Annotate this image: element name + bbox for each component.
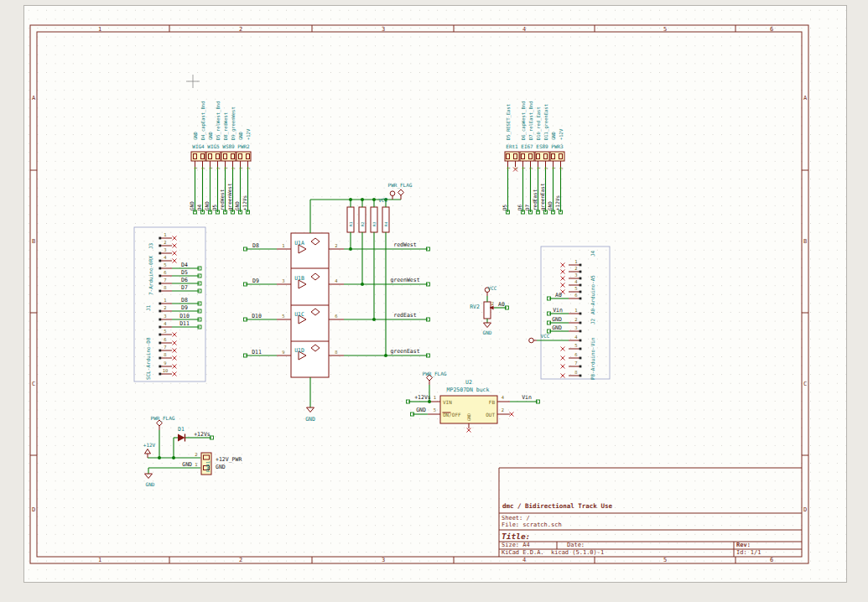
net-label[interactable]: Vin: [522, 394, 532, 401]
pin-number[interactable]: 5: [282, 314, 284, 319]
pin-number[interactable]: 10: [163, 368, 169, 373]
pin-number[interactable]: 5: [164, 329, 166, 334]
pin-number[interactable]: 6: [574, 352, 577, 357]
pin-number[interactable]: 2: [529, 167, 533, 169]
net-label[interactable]: GND: [234, 201, 240, 210]
gnd-symbol-icon[interactable]: [145, 474, 153, 479]
reference-label[interactable]: ERt1: [506, 143, 518, 149]
pin-number[interactable]: 2: [201, 167, 205, 169]
reference-label[interactable]: WIG5: [207, 143, 220, 149]
reference-label[interactable]: GND: [146, 481, 155, 487]
pin-number[interactable]: ON/OFF: [443, 412, 461, 418]
reference-label[interactable]: R1: [349, 221, 353, 226]
net-label[interactable]: GND: [552, 316, 562, 323]
pin-number[interactable]: 4: [574, 279, 578, 284]
pin-number[interactable]: 6: [164, 337, 166, 342]
pin-number[interactable]: 3: [574, 272, 577, 278]
reference-label[interactable]: J1: [145, 304, 151, 311]
pin-number[interactable]: 1: [194, 167, 198, 169]
reference-label[interactable]: U2: [465, 379, 472, 386]
reference-label[interactable]: A0-Arduino-A5: [590, 275, 595, 314]
net-label[interactable]: redWest: [393, 241, 416, 248]
reference-label[interactable]: PWR_FLAG: [151, 415, 175, 422]
pin-number[interactable]: 7: [164, 278, 166, 283]
pin-number[interactable]: GND: [466, 413, 471, 421]
pwr-flag-icon[interactable]: [157, 420, 163, 426]
reference-label[interactable]: U1A: [294, 240, 304, 247]
net-label[interactable]: D11: [179, 320, 190, 327]
reference-label[interactable]: +12V: [143, 442, 156, 448]
net-label[interactable]: +12V_PWR: [216, 456, 242, 463]
net-label[interactable]: D10: [179, 313, 190, 319]
schematic-canvas[interactable]: 123456123456ABCDABCDWIG4WIG5WS89PWR2GNDD…: [0, 0, 868, 602]
pin-number[interactable]: 2: [216, 167, 221, 169]
pin-number[interactable]: 1: [574, 308, 577, 313]
reference-label[interactable]: D9_greenWest: [231, 106, 236, 140]
pin-number[interactable]: 5: [164, 262, 166, 267]
net-label[interactable]: D5: [181, 269, 188, 276]
pin-number[interactable]: 2: [514, 167, 518, 169]
reference-label[interactable]: PWR1: [205, 461, 211, 472]
net-label[interactable]: A0: [498, 301, 505, 308]
pin-number[interactable]: 4: [335, 278, 338, 283]
net-label[interactable]: A0: [555, 292, 562, 298]
reference-label[interactable]: ES89: [536, 143, 548, 149]
pin-number[interactable]: 1: [209, 167, 213, 169]
net-label[interactable]: greenWest: [390, 277, 419, 283]
net-label[interactable]: D9: [252, 278, 259, 284]
net-label[interactable]: greenWest: [226, 183, 233, 210]
pin-number[interactable]: 7: [574, 361, 577, 366]
pin-number[interactable]: 1: [434, 395, 436, 400]
net-label[interactable]: GND: [552, 324, 562, 331]
pin-number[interactable]: 4: [574, 335, 578, 340]
reference-label[interactable]: U1B: [294, 275, 304, 282]
net-label[interactable]: D7: [524, 204, 530, 210]
pin-number[interactable]: 5: [574, 286, 577, 291]
reference-label[interactable]: R4: [384, 221, 388, 226]
reference-label[interactable]: EI67: [521, 143, 533, 149]
pin-number[interactable]: 3: [574, 325, 577, 330]
reference-label[interactable]: U1C: [294, 311, 304, 318]
component-body[interactable]: [371, 207, 377, 232]
pin-number[interactable]: 2: [164, 305, 166, 310]
pin-number[interactable]: 2: [335, 243, 337, 248]
vcc-symbol-icon[interactable]: [390, 191, 395, 196]
net-label[interactable]: D6: [517, 204, 522, 210]
pin-number[interactable]: 1: [507, 167, 511, 169]
reference-label[interactable]: PWR2: [237, 143, 250, 149]
pin-number[interactable]: 2: [491, 301, 494, 306]
reference-label[interactable]: +12V: [559, 128, 564, 140]
pin-number[interactable]: 1: [552, 167, 556, 169]
net-label[interactable]: +12Vs: [194, 431, 211, 438]
net-label[interactable]: +12Vs: [242, 195, 247, 210]
net-label[interactable]: +12Vs: [414, 394, 431, 401]
pin-number[interactable]: 9: [282, 350, 284, 355]
pwr-flag-icon[interactable]: [398, 189, 404, 195]
pin-number[interactable]: 8: [164, 285, 166, 290]
reference-label[interactable]: R3: [372, 221, 377, 226]
reference-label[interactable]: +12V: [246, 128, 251, 140]
pin-number[interactable]: 2: [247, 167, 251, 169]
reference-label[interactable]: D7_relEast_Bnd: [528, 101, 534, 140]
net-label[interactable]: D5: [502, 204, 507, 210]
net-label[interactable]: D4: [181, 262, 188, 268]
pin-number[interactable]: 6: [335, 314, 337, 319]
net-label[interactable]: GND: [216, 464, 226, 470]
pin-number[interactable]: 1: [282, 243, 284, 248]
pin-number[interactable]: 4: [164, 255, 167, 260]
pin-number[interactable]: 2: [195, 452, 197, 457]
pin-number[interactable]: 3: [164, 247, 166, 252]
reference-label[interactable]: U1D: [294, 347, 304, 354]
net-label[interactable]: D4: [196, 204, 202, 210]
pin-number[interactable]: 2: [544, 167, 548, 169]
net-label[interactable]: redEast: [393, 312, 416, 319]
net-label[interactable]: GND: [189, 201, 195, 210]
reference-label[interactable]: VCC: [488, 285, 497, 291]
component-body[interactable]: [359, 207, 366, 232]
pin-number[interactable]: 1: [195, 462, 197, 467]
net-label[interactable]: GND: [204, 201, 210, 210]
net-label[interactable]: D5: [211, 204, 217, 210]
pin-number[interactable]: 1: [224, 167, 228, 169]
reference-label[interactable]: D8_redWest: [223, 112, 229, 140]
component-body[interactable]: [347, 207, 354, 232]
